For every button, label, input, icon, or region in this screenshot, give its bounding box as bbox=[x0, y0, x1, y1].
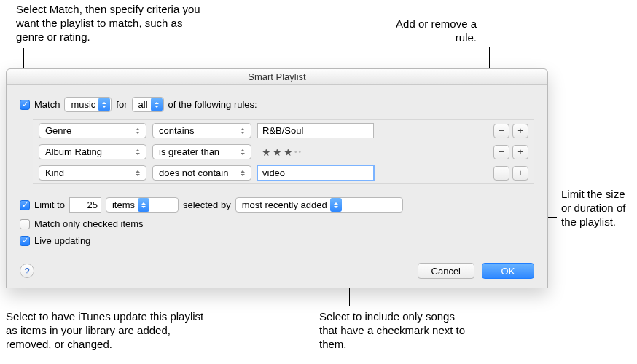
for-label: for bbox=[116, 99, 127, 110]
limit-unit-popup[interactable]: items bbox=[106, 197, 179, 213]
callout-addremove: Add or remove a rule. bbox=[382, 17, 477, 45]
star-dot-icon: • bbox=[294, 148, 297, 156]
rule-condition-popup[interactable]: is greater than bbox=[152, 144, 251, 159]
callout-checked: Select to include only songs that have a… bbox=[319, 310, 472, 351]
live-updating-checkbox[interactable] bbox=[20, 236, 30, 246]
remove-rule-button[interactable]: − bbox=[493, 124, 509, 138]
rule-value-input[interactable] bbox=[257, 165, 374, 181]
limit-label: Limit to bbox=[34, 199, 65, 210]
rule-condition-popup[interactable]: contains bbox=[152, 123, 251, 138]
popup-value: most recently added bbox=[242, 199, 327, 210]
popup-value: does not contain bbox=[159, 167, 228, 178]
add-rule-button[interactable]: + bbox=[512, 124, 528, 138]
remove-rule-button[interactable]: − bbox=[493, 145, 509, 159]
star-icon: ★ bbox=[262, 146, 271, 158]
smart-playlist-dialog: Smart Playlist Match music for all of th… bbox=[6, 68, 548, 288]
match-quantifier-popup[interactable]: all bbox=[132, 97, 164, 112]
chevron-updown-icon bbox=[98, 98, 110, 111]
chevron-updown-icon bbox=[330, 198, 342, 212]
rule-row: Kinddoes not contain−+ bbox=[33, 162, 534, 183]
match-only-checked-checkbox[interactable] bbox=[20, 219, 30, 229]
popup-value: contains bbox=[159, 125, 194, 136]
help-button[interactable]: ? bbox=[20, 264, 34, 278]
limit-checkbox[interactable] bbox=[20, 200, 30, 210]
rule-field-popup[interactable]: Album Rating bbox=[39, 144, 146, 159]
rule-value-input[interactable] bbox=[257, 123, 374, 138]
chevron-updown-icon bbox=[133, 166, 143, 180]
ok-button[interactable]: OK bbox=[482, 263, 534, 279]
popup-value: all bbox=[138, 99, 148, 110]
remove-rule-button[interactable]: − bbox=[493, 166, 509, 181]
popup-value: Kind bbox=[45, 167, 64, 178]
popup-value: items bbox=[112, 199, 135, 210]
callout-live: Select to have iTunes update this playli… bbox=[6, 310, 217, 351]
rule-buttons: −+ bbox=[493, 145, 528, 159]
rules-area: Genrecontains−+Album Ratingis greater th… bbox=[33, 119, 534, 184]
limit-count-input[interactable] bbox=[69, 197, 101, 213]
rule-condition-popup[interactable]: does not contain bbox=[152, 165, 251, 181]
match-only-checked-label: Match only checked items bbox=[34, 218, 144, 229]
rule-row: Genrecontains−+ bbox=[33, 120, 534, 141]
rule-buttons: −+ bbox=[493, 124, 528, 138]
limit-selectedby-popup[interactable]: most recently added bbox=[235, 197, 403, 213]
chevron-updown-icon bbox=[133, 145, 143, 159]
star-icon: ★ bbox=[273, 146, 282, 158]
popup-value: is greater than bbox=[159, 146, 219, 157]
star-icon: ★ bbox=[284, 146, 293, 158]
chevron-updown-icon bbox=[238, 166, 248, 180]
selected-by-label: selected by bbox=[183, 199, 231, 210]
rule-row: Album Ratingis greater than★★★••−+ bbox=[33, 141, 534, 162]
rule-stars-value[interactable]: ★★★•• bbox=[257, 146, 374, 158]
star-dot-icon: • bbox=[299, 148, 302, 156]
match-checkbox[interactable] bbox=[20, 100, 30, 110]
callout-limit: Limit the size or duration of the playli… bbox=[561, 188, 634, 229]
match-source-popup[interactable]: music bbox=[64, 97, 112, 112]
add-rule-button[interactable]: + bbox=[512, 166, 528, 181]
dialog-title: Smart Playlist bbox=[7, 69, 547, 85]
rules-suffix-label: of the following rules: bbox=[168, 99, 257, 110]
add-rule-button[interactable]: + bbox=[512, 145, 528, 159]
chevron-updown-icon bbox=[238, 124, 248, 138]
cancel-button[interactable]: Cancel bbox=[418, 263, 474, 279]
popup-value: Album Rating bbox=[45, 146, 102, 157]
rule-buttons: −+ bbox=[493, 166, 528, 181]
callout-match: Select Match, then specify criteria you … bbox=[16, 3, 206, 44]
chevron-updown-icon bbox=[133, 124, 143, 138]
popup-value: music bbox=[71, 99, 95, 110]
chevron-updown-icon bbox=[138, 198, 149, 212]
chevron-updown-icon bbox=[151, 98, 163, 111]
rule-field-popup[interactable]: Genre bbox=[39, 123, 146, 138]
rule-field-popup[interactable]: Kind bbox=[39, 165, 146, 181]
popup-value: Genre bbox=[45, 125, 71, 136]
chevron-updown-icon bbox=[238, 145, 248, 159]
live-updating-label: Live updating bbox=[34, 235, 90, 246]
match-label: Match bbox=[34, 99, 60, 110]
